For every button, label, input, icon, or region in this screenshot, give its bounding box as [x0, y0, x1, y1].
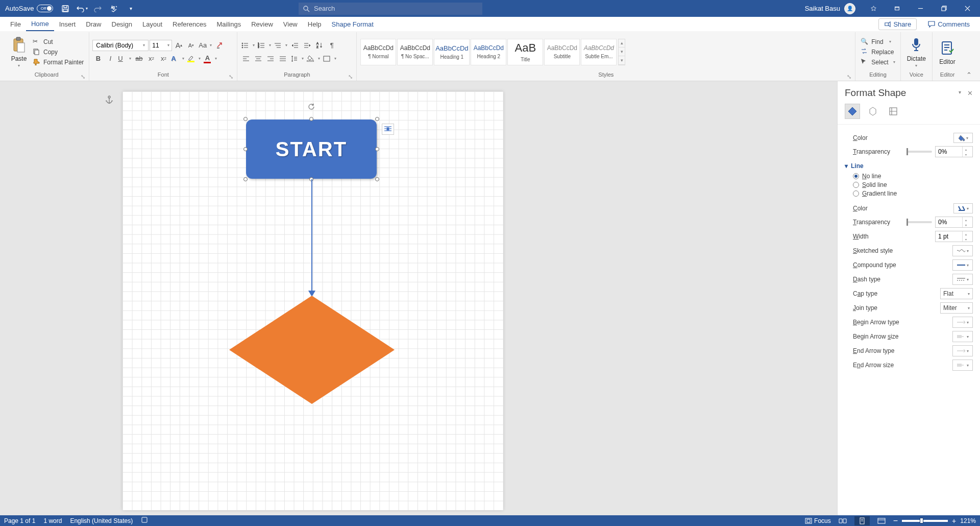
autosave-pill[interactable]: Off	[37, 5, 53, 12]
dictate-dropdown-icon[interactable]: ▾	[915, 63, 917, 68]
shrink-font-icon[interactable]: A▾	[185, 40, 197, 51]
zoom-slider[interactable]	[902, 520, 948, 522]
connector-line[interactable]	[311, 179, 312, 294]
document-scroll-area[interactable]: START	[0, 81, 837, 515]
premium-icon[interactable]	[863, 2, 884, 16]
read-mode-icon[interactable]	[835, 516, 850, 525]
minimize-icon[interactable]	[910, 2, 931, 16]
fill-transparency-input[interactable]: ▴▾	[935, 146, 973, 157]
tab-mailings[interactable]: Mailings	[212, 17, 247, 31]
resize-handle-w[interactable]	[243, 147, 248, 151]
superscript-icon[interactable]: x2	[158, 53, 169, 64]
web-layout-icon[interactable]	[874, 516, 889, 525]
numbering-icon[interactable]: 123▾	[257, 40, 272, 51]
resize-handle-ne[interactable]	[375, 117, 379, 121]
style-title[interactable]: AaBTitle	[507, 39, 543, 65]
document-page[interactable]: START	[122, 91, 503, 510]
shading-icon[interactable]: ▾	[306, 53, 321, 64]
style-heading2[interactable]: AaBbCcDdHeading 2	[471, 39, 506, 65]
show-marks-icon[interactable]: ¶	[326, 40, 337, 51]
status-words[interactable]: 1 word	[43, 517, 62, 524]
editor-button[interactable]: Editor	[936, 38, 959, 66]
resize-handle-sw[interactable]	[243, 177, 248, 181]
no-line-radio[interactable]: No line	[853, 173, 973, 180]
line-section-header[interactable]: ▾Line	[845, 162, 973, 170]
resize-handle-n[interactable]	[309, 117, 313, 121]
paste-dropdown-icon[interactable]: ▾	[18, 63, 20, 68]
increase-indent-icon[interactable]	[302, 40, 313, 51]
status-language[interactable]: English (United States)	[70, 517, 133, 524]
font-size-select[interactable]: 11▾	[150, 40, 172, 51]
spellcheck-icon[interactable]	[107, 2, 121, 16]
join-type-select[interactable]: Miter▾	[940, 302, 973, 314]
change-case-icon[interactable]: Aa▾	[198, 40, 213, 51]
comments-button[interactable]: Comments	[923, 19, 975, 30]
decision-diamond-shape[interactable]	[229, 296, 395, 404]
underline-icon[interactable]: U▾	[117, 53, 132, 64]
layout-options-icon[interactable]	[382, 124, 394, 135]
tab-draw[interactable]: Draw	[81, 17, 106, 31]
compound-type-picker[interactable]: ▾	[952, 259, 973, 271]
style-nospacing[interactable]: AaBbCcDd¶ No Spac...	[397, 39, 433, 65]
tab-layout[interactable]: Layout	[137, 17, 167, 31]
share-button[interactable]: Share	[878, 18, 917, 30]
multilevel-list-icon[interactable]: ▾	[273, 40, 288, 51]
align-right-icon[interactable]	[265, 53, 276, 64]
line-width-input[interactable]: ▴▾	[935, 231, 973, 242]
resize-handle-se[interactable]	[375, 177, 379, 181]
text-effects-icon[interactable]: A▾	[170, 53, 185, 64]
style-subtitle[interactable]: AaBbCcDdSubtitle	[544, 39, 580, 65]
pane-tab-effects[interactable]	[865, 104, 880, 119]
style-normal[interactable]: AaBbCcDd¶ Normal	[360, 39, 396, 65]
select-button[interactable]: Select▾	[859, 58, 897, 67]
line-transparency-slider[interactable]	[906, 221, 932, 223]
redo-icon[interactable]	[91, 2, 105, 16]
replace-button[interactable]: Replace	[859, 47, 897, 57]
tab-home[interactable]: Home	[26, 17, 54, 31]
dash-type-picker[interactable]: ▾	[952, 274, 973, 285]
paragraph-expand-icon[interactable]: ⤡	[347, 74, 353, 80]
pane-tab-layout[interactable]	[886, 104, 901, 119]
tab-insert[interactable]: Insert	[54, 17, 81, 31]
autosave-toggle[interactable]: AutoSave Off	[2, 5, 56, 12]
sketched-style-picker[interactable]: ▾	[952, 245, 973, 256]
align-center-icon[interactable]	[253, 53, 264, 64]
zoom-level[interactable]: 121%	[960, 517, 976, 524]
tab-view[interactable]: View	[278, 17, 303, 31]
italic-icon[interactable]: I	[105, 53, 116, 64]
font-expand-icon[interactable]: ⤡	[228, 74, 234, 80]
decrease-indent-icon[interactable]	[289, 40, 301, 51]
restore-icon[interactable]	[933, 2, 954, 16]
ribbon-display-icon[interactable]	[886, 2, 908, 16]
format-painter-button[interactable]: Format Painter	[31, 58, 86, 67]
style-gallery-scroller[interactable]: ▴▾▾	[618, 39, 625, 65]
status-accessibility-icon[interactable]	[141, 516, 148, 525]
line-color-picker[interactable]: ▾	[953, 203, 973, 213]
justify-icon[interactable]	[277, 53, 288, 64]
print-layout-icon[interactable]	[854, 516, 870, 525]
pane-body[interactable]: Color ▾ Transparency ▴▾ ▾Line No line So…	[838, 125, 980, 515]
cut-button[interactable]: ✂Cut	[31, 37, 86, 46]
tab-shape-format[interactable]: Shape Format	[327, 17, 379, 31]
fill-transparency-slider[interactable]	[906, 151, 932, 153]
zoom-in-icon[interactable]: +	[952, 517, 956, 525]
focus-mode-button[interactable]: Focus	[805, 517, 831, 524]
tab-design[interactable]: Design	[107, 17, 137, 31]
align-left-icon[interactable]	[240, 53, 252, 64]
line-spacing-icon[interactable]: ▾	[289, 53, 305, 64]
close-icon[interactable]	[957, 2, 978, 16]
line-transparency-input[interactable]: ▴▾	[935, 217, 973, 228]
strikethrough-icon[interactable]: ab	[133, 53, 144, 64]
style-heading1[interactable]: AaBbCcDdHeading 1	[434, 39, 470, 65]
pane-close-icon[interactable]: ✕	[967, 89, 973, 97]
cap-type-select[interactable]: Flat▾	[940, 288, 973, 299]
resize-handle-nw[interactable]	[243, 117, 248, 121]
zoom-out-icon[interactable]: −	[893, 516, 898, 525]
gradient-line-radio[interactable]: Gradient line	[853, 190, 973, 197]
bold-icon[interactable]: B	[92, 53, 104, 64]
tab-references[interactable]: References	[167, 17, 211, 31]
borders-icon[interactable]: ▾	[322, 53, 337, 64]
grow-font-icon[interactable]: A▴	[173, 40, 184, 51]
rotate-handle-icon[interactable]	[306, 101, 317, 112]
copy-button[interactable]: Copy	[31, 47, 86, 57]
